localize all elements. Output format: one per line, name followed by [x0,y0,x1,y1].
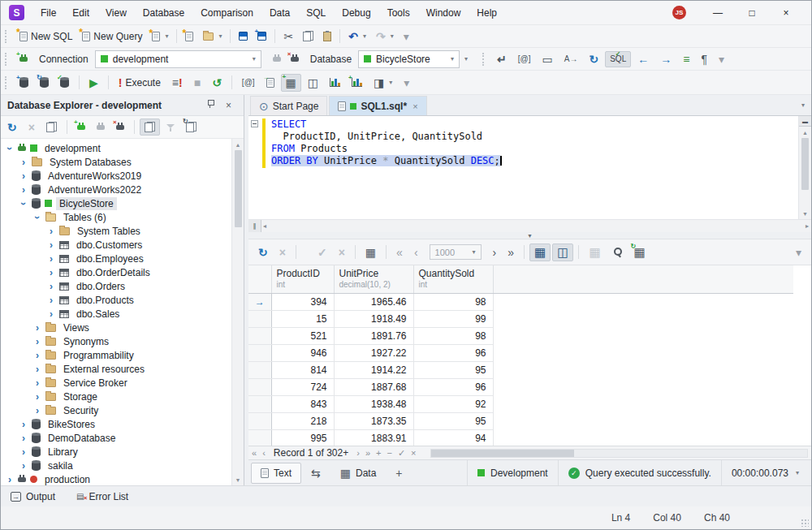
expand-arrow-icon[interactable]: › [33,407,41,415]
row-header[interactable] [248,344,271,361]
grid-cell[interactable]: 94 [413,429,493,446]
tab-start-page[interactable]: ⊙Start Page [250,96,327,115]
layout-button[interactable]: ◫ [303,74,323,92]
expand-arrow-icon[interactable]: › [33,338,41,346]
refresh-results-button[interactable]: ↻ [253,243,273,261]
tree-item-system-tables[interactable]: ›System Tables [1,224,231,238]
grid-row-9[interactable]: 9951883.9194 [248,429,793,446]
export-grid-button[interactable]: ▦↻ [629,243,650,261]
page-size-combo[interactable]: 1000▾ [425,241,486,263]
grid-row-4[interactable]: 9461927.2296 [248,344,793,361]
grid-cell[interactable]: 95 [413,412,493,429]
stop-button[interactable]: ■ [189,74,205,92]
filter-button[interactable] [162,120,179,135]
tab-data[interactable]: ▦Data [330,463,387,484]
database-select[interactable]: BicycleStore ▾ [358,50,460,68]
grid-cell[interactable]: 814 [271,361,334,378]
page-size-combo[interactable]: 1000▾ [430,244,482,260]
paste-button[interactable] [318,28,336,45]
column-header-quantitysold[interactable]: QuantitySoldint [413,265,493,293]
scroll-down-icon[interactable]: ▼ [235,474,241,485]
new-result-tab-button[interactable]: + [386,463,412,484]
close-panel-button[interactable]: × [220,98,237,113]
tree-item-dbo-orderdetails[interactable]: ›dbo.OrderDetails [1,265,231,279]
expand-arrow-icon[interactable]: › [47,269,55,277]
sql-code[interactable]: SELECT ProductID, UnitPrice, QuantitySol… [271,118,502,167]
decrease-indent-button[interactable]: ← [633,50,654,68]
grid-cell[interactable]: 843 [271,395,334,412]
row-header[interactable] [248,395,271,412]
expand-arrow-icon[interactable]: › [47,282,55,291]
tab-text[interactable]: Text [251,463,301,484]
cancel-edit-button[interactable]: × [411,449,416,458]
toolbar-grip[interactable] [5,30,11,43]
menu-help[interactable]: Help [469,3,505,23]
paging-button[interactable]: ▦ [361,243,381,261]
tree-item-development[interactable]: ›development [1,141,231,155]
tree-item-system-databases[interactable]: ›System Databases [1,155,231,169]
tree-item-storage[interactable]: ›Storage [1,390,231,403]
save-all-button[interactable]: + [253,28,271,44]
results-collapse-strip[interactable]: ▼ [248,232,811,239]
scroll-down-icon[interactable]: ▼ [802,208,808,219]
new-sql-button[interactable]: *New SQL [15,28,77,45]
first-page-button[interactable]: « [391,243,408,261]
show-all-connections-button[interactable] [140,118,160,136]
swap-results-button[interactable]: ⇆ [301,463,330,484]
execute-overflow-button[interactable]: ▾ [399,74,414,92]
grid-row-5[interactable]: 8141914.2295 [248,361,793,378]
grid-cell[interactable]: 521 [271,327,334,344]
row-header[interactable] [248,327,271,344]
cut-button[interactable]: ✂ [279,28,298,45]
pin-panel-button[interactable] [201,97,220,113]
execution-time[interactable]: 00:00:00.073▾ [721,460,809,485]
tree-item-dbo-customers[interactable]: ›dbo.Customers [1,238,231,252]
grid-cell[interactable]: 96 [413,344,493,361]
grid-cell[interactable]: 98 [413,327,493,344]
resize-grip[interactable] [801,519,809,527]
collapse-arrow-icon[interactable]: › [19,200,28,208]
tree-item-views[interactable]: ›Views [1,321,231,334]
format-document-button[interactable]: ≡ [678,50,694,68]
menu-comparison[interactable]: Comparison [192,3,261,23]
expand-arrow-icon[interactable]: › [33,324,41,332]
windows-button[interactable] [41,118,62,136]
undo-button[interactable]: ↶▾ [343,28,371,45]
scroll-thumb[interactable] [235,150,242,227]
connect-button[interactable] [268,51,286,67]
expand-arrow-icon[interactable]: › [47,227,55,235]
expand-arrow-icon[interactable]: › [47,296,55,304]
go-to-button[interactable]: ↵ [492,50,512,68]
tree-scrollbar[interactable]: ▲ ▼ [231,139,244,485]
macros-button[interactable]: [@] [513,51,536,67]
commit-button[interactable] [301,249,311,256]
menu-tools[interactable]: Tools [379,3,418,23]
row-header[interactable] [248,429,271,446]
toolbar-grip[interactable] [5,53,11,66]
next-record-button[interactable]: › [356,449,360,458]
grid-cell[interactable]: 96 [413,378,493,395]
last-page-button[interactable]: » [503,243,519,261]
collapse-arrow-icon[interactable]: › [33,213,41,222]
expand-arrow-icon[interactable]: › [47,241,55,249]
transpose-button[interactable]: ▦ [584,243,605,261]
close-button[interactable]: × [769,7,803,19]
fold-toggle-icon[interactable] [251,120,258,127]
expand-arrow-icon[interactable]: › [19,186,28,194]
grid-cell[interactable]: 1918.49 [334,310,413,327]
grid-cell[interactable]: 1965.46 [334,293,413,310]
grid-cell[interactable]: 995 [271,429,334,446]
row-header[interactable] [248,361,271,378]
code-line-3[interactable]: FROM Products [271,143,502,155]
grid-row-8[interactable]: 2181873.3595 [248,412,793,429]
grid-cell[interactable]: 1873.35 [334,412,413,429]
scroll-right-icon[interactable]: ▲ [803,223,812,229]
tree-item-external-resources[interactable]: ›External resources [1,362,231,376]
tree-item-dbo-orders[interactable]: ›dbo.Orders [1,279,231,293]
tree-item-synonyms[interactable]: ›Synonyms [1,334,231,348]
disconnect-button[interactable]: × [111,119,129,136]
copy-button[interactable] [298,28,318,45]
sql-editor[interactable]: SELECT ProductID, UnitPrice, QuantitySol… [248,115,811,219]
expand-arrow-icon[interactable]: › [19,172,28,180]
execute-button[interactable]: ▶ [84,74,103,92]
